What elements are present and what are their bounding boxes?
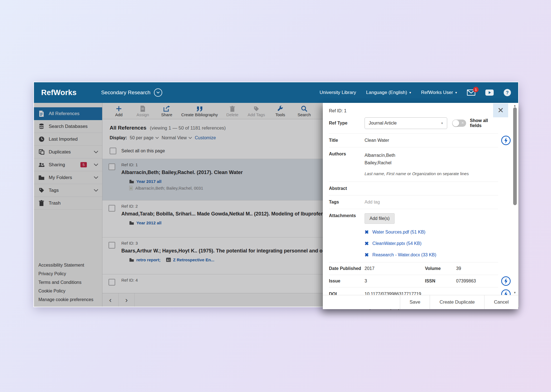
- date-published-value[interactable]: 2017: [365, 266, 425, 271]
- hint-italic: Last name, First name: [365, 171, 406, 176]
- desktop-background: RefWorks Secondary Research University L…: [0, 0, 551, 392]
- cancel-button[interactable]: Cancel: [484, 295, 518, 309]
- authors-label: Authors: [329, 152, 365, 177]
- refworks-logo[interactable]: RefWorks: [41, 88, 77, 97]
- attachment-name[interactable]: Water Sources.pdf (51 KB): [372, 230, 425, 235]
- language-label: Language (English): [366, 90, 407, 95]
- ref-type-row: Ref Type Journal Article ▾ ✕ Show all fi…: [329, 117, 498, 133]
- issn-label: ISSN: [425, 279, 456, 284]
- ref-type-select[interactable]: Journal Article ▾: [365, 117, 447, 129]
- author-line[interactable]: Bailey,Rachel: [365, 159, 469, 167]
- top-navbar: RefWorks Secondary Research University L…: [34, 82, 518, 103]
- volume-label: Volume: [425, 266, 456, 271]
- language-menu[interactable]: Language (English) ▾: [366, 90, 411, 95]
- help-button[interactable]: ?: [504, 89, 511, 96]
- hint-text: or: [406, 171, 412, 176]
- issue-label: Issue: [329, 279, 365, 284]
- svg-text:?: ?: [506, 90, 509, 95]
- remove-attachment-icon[interactable]: ✖: [365, 229, 369, 235]
- abstract-row: Abstract: [329, 182, 498, 195]
- scroll-down-icon[interactable]: ▼: [513, 291, 516, 294]
- select-chevron-down-icon: ▾: [441, 121, 443, 125]
- attachments-row: Attachments Add file(s) ✖ Water Sources.…: [329, 209, 498, 262]
- issue-issn-row: Issue 3 ISSN 07399863: [329, 275, 498, 287]
- tags-row: Tags Add tag: [329, 195, 498, 209]
- create-duplicate-button[interactable]: Create Duplicate: [430, 295, 484, 309]
- panel-scrollbar[interactable]: ▲ ▼: [513, 103, 518, 295]
- refworks-window: RefWorks Secondary Research University L…: [34, 82, 518, 307]
- scrollbar-thumb[interactable]: [513, 107, 517, 205]
- issn-value[interactable]: 07399863: [456, 279, 498, 284]
- ref-type-value: Journal Article: [369, 121, 397, 126]
- date-published-label: Date Published: [329, 266, 365, 271]
- volume-value[interactable]: 39: [456, 266, 498, 271]
- language-chevron-down-icon: ▾: [409, 91, 411, 95]
- user-chevron-down-icon: ▾: [455, 91, 457, 95]
- ref-type-label: Ref Type: [329, 121, 365, 126]
- project-name: Secondary Research: [101, 90, 150, 96]
- close-icon: ✕: [498, 106, 504, 115]
- panel-ref-id: Ref ID: 1: [329, 103, 498, 113]
- title-label: Title: [329, 138, 365, 143]
- attachments-label: Attachments: [329, 213, 365, 258]
- remove-attachment-icon[interactable]: ✖: [365, 240, 369, 247]
- authors-hint: Last name, First name or Organization on…: [365, 170, 469, 177]
- add-files-button[interactable]: Add file(s): [365, 213, 395, 224]
- authors-row: Authors Albarracín,Beth Bailey,Rachel La…: [329, 147, 498, 182]
- remove-attachment-icon[interactable]: ✖: [365, 252, 369, 258]
- toggle-off-icon: ✕: [461, 121, 464, 125]
- autofill-bolt-icon[interactable]: [501, 135, 511, 145]
- autofill-bolt-icon[interactable]: [501, 276, 511, 286]
- close-panel-button[interactable]: ✕: [493, 103, 508, 117]
- hint-italic: Organization: [412, 171, 436, 176]
- title-row: Title Clean Water: [329, 133, 498, 147]
- university-library-link[interactable]: University Library: [319, 90, 356, 95]
- tags-label: Tags: [329, 200, 365, 205]
- youtube-button[interactable]: [485, 90, 494, 96]
- user-menu[interactable]: RefWorks User ▾: [421, 90, 457, 95]
- add-tag-input[interactable]: Add tag: [365, 200, 380, 205]
- navbar-right: University Library Language (English) ▾ …: [319, 89, 511, 96]
- abstract-label: Abstract: [329, 186, 365, 191]
- panel-content: Ref ID: 1 Ref Type Journal Article ▾ ✕ S…: [329, 103, 498, 295]
- author-line[interactable]: Albarracín,Beth: [365, 152, 469, 159]
- issue-value[interactable]: 3: [365, 279, 425, 284]
- attachment-name[interactable]: Reasearch - Water.docx (33 KB): [372, 252, 436, 257]
- scroll-up-icon[interactable]: ▲: [513, 104, 516, 107]
- save-button[interactable]: Save: [400, 295, 430, 309]
- notification-badge: 1: [473, 87, 479, 92]
- edit-reference-panel: ✕ Ref ID: 1 Ref Type Journal Article ▾ ✕…: [323, 103, 518, 309]
- attachment-item[interactable]: ✖ CleanWater.pptx (54 KB): [365, 240, 436, 247]
- show-all-fields-label: Show all fields: [470, 118, 498, 128]
- attachment-name[interactable]: CleanWater.pptx (54 KB): [372, 241, 421, 246]
- notifications-button[interactable]: 1: [467, 90, 475, 96]
- hint-text: on separate lines: [436, 171, 469, 176]
- attachment-item[interactable]: ✖ Water Sources.pdf (51 KB): [365, 229, 436, 235]
- show-all-fields-toggle[interactable]: ✕: [452, 120, 466, 127]
- project-selector[interactable]: Secondary Research: [101, 88, 162, 97]
- date-volume-row: Date Published 2017 Volume 39: [329, 262, 498, 275]
- project-chevron-down-icon[interactable]: [154, 88, 162, 97]
- title-value[interactable]: Clean Water: [365, 138, 389, 143]
- attachment-item[interactable]: ✖ Reasearch - Water.docx (33 KB): [365, 252, 436, 258]
- panel-action-bar: Save Create Duplicate Cancel: [323, 295, 518, 309]
- user-label: RefWorks User: [421, 90, 453, 95]
- toggle-knob: [452, 120, 459, 126]
